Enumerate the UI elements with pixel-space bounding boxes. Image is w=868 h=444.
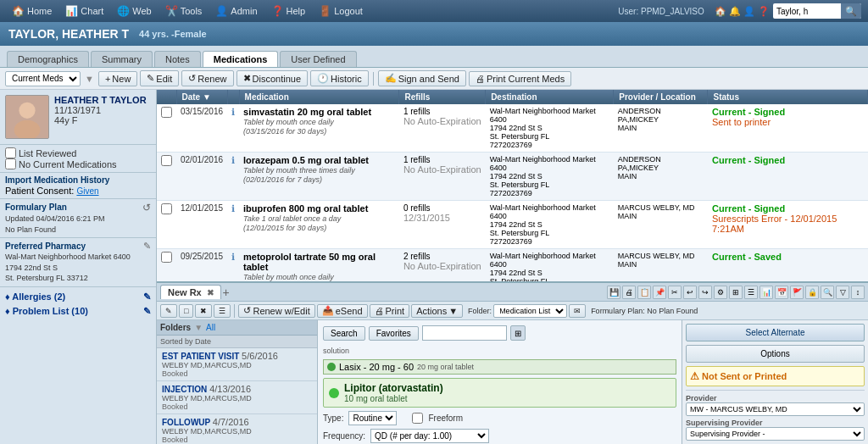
formulary-refresh-icon[interactable]: ↺: [142, 202, 151, 214]
flag-icon-btn[interactable]: 🚩: [790, 286, 804, 299]
folder-item[interactable]: FOLLOWUP 4/7/2016 WELBY MD,MARCUS,MD Boo…: [157, 414, 317, 444]
chart-icon-btn[interactable]: 📊: [760, 286, 773, 299]
pharmacy-edit-icon[interactable]: ✎: [143, 241, 151, 252]
patient-detail: HEATHER T TAYLOR 11/13/1971 44y F: [54, 95, 147, 139]
tab-new-rx[interactable]: New Rx ✖: [160, 285, 221, 299]
actions-button[interactable]: Actions ▼: [411, 304, 463, 318]
supervising-provider-select[interactable]: Supervising Provider -: [686, 427, 865, 441]
save-icon-btn[interactable]: 💾: [607, 286, 620, 299]
new-icon: +: [105, 74, 110, 84]
col-refills[interactable]: Refills: [399, 90, 486, 104]
print-icon: 🖨: [476, 74, 485, 84]
folder-item[interactable]: EST PATIENT VISIT 5/6/2016 WELBY MD,MARC…: [157, 348, 317, 381]
print-icon-btn[interactable]: 🖨: [622, 286, 636, 299]
nav-search-input[interactable]: [773, 7, 841, 16]
rx-search-input[interactable]: [422, 325, 507, 341]
copy-icon-btn[interactable]: 📋: [637, 286, 651, 299]
nav-user: User: PPMD_JALVISO: [618, 7, 704, 16]
grid-icon-btn[interactable]: ⊞: [729, 286, 743, 299]
tab-user-defined[interactable]: User Defined: [280, 51, 356, 67]
nav-search-button[interactable]: 🔍: [841, 3, 861, 19]
lock-icon-btn[interactable]: 🔒: [805, 286, 819, 299]
row-refills: 1 refillsNo Auto-Expiration: [399, 104, 486, 153]
col-status[interactable]: Status: [708, 90, 868, 104]
col-provider[interactable]: Provider / Location: [614, 90, 708, 104]
col-medication[interactable]: Medication: [239, 90, 399, 104]
provider-select[interactable]: MW - MARCUS WELBY, MD: [686, 402, 865, 416]
email-btn[interactable]: ✉: [569, 304, 586, 318]
options-button[interactable]: Options: [686, 345, 865, 363]
row-date: 12/01/2015: [176, 201, 227, 249]
undo-icon-btn[interactable]: ↩: [683, 286, 697, 299]
edit-button[interactable]: ✎ Edit: [140, 70, 179, 86]
favorites-button[interactable]: Favorites: [369, 326, 419, 341]
no-current-meds-checkbox[interactable]: [5, 158, 16, 169]
list-icon-btn[interactable]: ☰: [744, 286, 758, 299]
col-destination[interactable]: Destination: [486, 90, 614, 104]
add-tab-button[interactable]: +: [223, 286, 230, 299]
current-meds-select[interactable]: Current Meds: [5, 71, 81, 86]
esend-button[interactable]: 📤 eSend: [317, 304, 368, 318]
nav-tools[interactable]: ✂️ Tools: [160, 3, 208, 19]
zoom-icon-btn[interactable]: 🔍: [821, 286, 834, 299]
new-button[interactable]: + New: [98, 71, 137, 86]
tab-medications[interactable]: Medications: [203, 51, 279, 67]
settings-icon-btn[interactable]: ⚙: [714, 286, 727, 299]
renew-edit-button[interactable]: ↺ Renew w/Edit: [238, 304, 314, 318]
row-provider: ANDERSON PA,MICKEYMAIN: [614, 104, 708, 153]
tab-summary[interactable]: Summary: [91, 51, 153, 67]
sort-icon-btn[interactable]: ↕: [851, 286, 865, 299]
renew-button[interactable]: ↺ Renew: [181, 70, 233, 86]
save-btn2[interactable]: □: [179, 304, 193, 318]
delete-btn[interactable]: ✖: [195, 304, 212, 318]
consent-link[interactable]: Given: [76, 186, 98, 196]
row-checkbox[interactable]: [161, 203, 172, 214]
print-btn2[interactable]: 🖨 Print: [370, 304, 410, 318]
select-alternate-button[interactable]: Select Alternate: [686, 324, 865, 341]
list-reviewed-checkbox[interactable]: [5, 147, 16, 158]
folder-select[interactable]: Medication List: [493, 304, 567, 318]
row-checkbox[interactable]: [161, 252, 172, 263]
paste-icon-btn[interactable]: 📌: [653, 286, 666, 299]
print-current-meds-button[interactable]: 🖨 Print Current Meds: [469, 71, 571, 86]
row-info-icon[interactable]: ℹ: [227, 249, 239, 282]
row-checkbox[interactable]: [161, 107, 172, 118]
row-info-icon[interactable]: ℹ: [227, 201, 239, 249]
tab-demographics[interactable]: Demographics: [7, 51, 89, 67]
menu-btn[interactable]: ☰: [214, 304, 231, 318]
row-info-icon[interactable]: ℹ: [227, 153, 239, 201]
folders-all[interactable]: All: [206, 323, 215, 332]
problem-edit-icon[interactable]: ✎: [143, 306, 151, 317]
new-rx-tab-close[interactable]: ✖: [207, 288, 214, 297]
nav-help[interactable]: ❓ Help: [266, 3, 311, 19]
nav-logout[interactable]: 🚪 Logout: [314, 3, 368, 19]
freeform-checkbox[interactable]: [412, 413, 423, 424]
edit-icon-btn2[interactable]: ✎: [160, 304, 177, 318]
nav-chart[interactable]: 📊 Chart: [60, 3, 108, 19]
cut-icon-btn[interactable]: ✂: [668, 286, 682, 299]
sign-and-send-button[interactable]: ✍ Sign and Send: [378, 70, 466, 86]
frequency-select[interactable]: QD (# per day: 1.00): [370, 429, 489, 443]
tab-notes[interactable]: Notes: [154, 51, 201, 67]
calendar-icon-btn[interactable]: 📅: [775, 286, 788, 299]
filter-icon-btn[interactable]: ▽: [836, 286, 849, 299]
discontinue-button[interactable]: ✖ Discontinue: [236, 70, 308, 86]
problem-list-item[interactable]: ♦ Problem List (10) ✎: [5, 304, 151, 319]
search-button[interactable]: Search: [323, 326, 365, 341]
redo-icon-btn[interactable]: ↪: [698, 286, 712, 299]
type-select[interactable]: Routine: [348, 411, 397, 425]
historic-button[interactable]: 🕐 Historic: [310, 70, 369, 86]
folder-item[interactable]: INJECTION 4/13/2016 WELBY MD,MARCUS,MD B…: [157, 381, 317, 414]
allergies-edit-icon[interactable]: ✎: [143, 291, 151, 302]
allergies-item[interactable]: ♦ Allergies (2) ✎: [5, 290, 151, 304]
nav-home[interactable]: 🏠 Home: [7, 3, 57, 19]
nav-admin[interactable]: 👤 Admin: [210, 3, 262, 19]
col-info: [227, 90, 239, 104]
rx-small-btn[interactable]: ⊞: [510, 325, 526, 341]
edit-icon: ✎: [147, 73, 154, 84]
lasix-item[interactable]: Lasix - 20 mg - 60 20 mg oral tablet: [323, 359, 676, 375]
row-info-icon[interactable]: ℹ: [227, 104, 239, 153]
row-checkbox[interactable]: [161, 155, 172, 166]
nav-web[interactable]: 🌐 Web: [112, 3, 156, 19]
col-date[interactable]: Date ▼: [176, 90, 227, 104]
